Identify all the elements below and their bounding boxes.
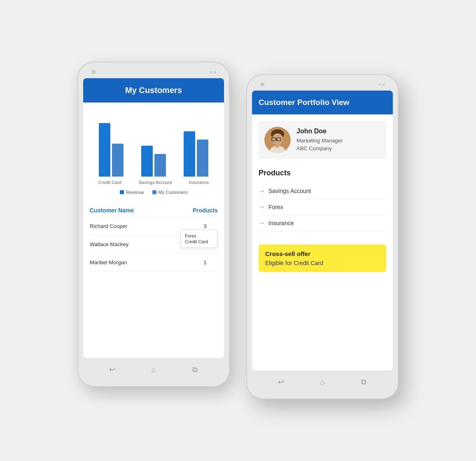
front-camera (91, 70, 96, 74)
legend-label-revenue: Revenue (126, 190, 144, 195)
phone-top-bar (83, 70, 224, 78)
product-name-forex: Forex (268, 204, 283, 210)
speaker-2 (379, 84, 385, 86)
customer-info: John Doe Marketing Manager ABC Company (296, 128, 343, 153)
home-button-2[interactable]: ⌂ (317, 377, 327, 387)
customer-card: John Doe Marketing Manager ABC Company (259, 121, 386, 159)
app-header-1: My Customers (83, 78, 224, 102)
arrow-icon-savings: → (259, 187, 265, 195)
scene: My Customers (61, 37, 415, 424)
chart-label-savings: Savings Account (138, 180, 172, 185)
product-item-savings[interactable]: → Savings Account (259, 183, 386, 199)
legend-dot-customers (152, 190, 156, 194)
product-count-1: 3 (193, 223, 217, 229)
arrow-icon-insurance: → (259, 219, 265, 227)
phone-bottom-nav-1: ↩ ⌂ ⧉ (83, 358, 224, 375)
phone-top-bar-2 (252, 82, 393, 91)
bar-insurance-revenue (184, 131, 195, 177)
chart-label-insurance: Insurance (189, 180, 209, 185)
legend-label-customers: My Customers (159, 190, 188, 195)
header-products: Products (193, 207, 217, 214)
tooltip-line-2: Credit Card (185, 239, 213, 244)
legend-dot-revenue (120, 190, 124, 194)
bar-savings-customers (154, 154, 166, 177)
avatar (264, 127, 291, 153)
chart-labels: Credit Card Savings Account Insurance (90, 180, 217, 185)
table-header: Customer Name Products (90, 203, 217, 217)
products-section: Products → Savings Account → Forex → Ins… (252, 165, 393, 238)
chart-label-credit-card: Credit Card (98, 180, 121, 185)
speaker-dot-2 (379, 84, 381, 86)
product-item-forex[interactable]: → Forex (259, 199, 386, 215)
legend-customers: My Customers (152, 190, 188, 195)
product-item-insurance[interactable]: → Insurance (259, 215, 386, 231)
chart-legend: Revenue My Customers (90, 190, 217, 195)
products-title: Products (259, 169, 386, 177)
bar-group-credit-card (99, 123, 124, 177)
cross-sell-title: Cross-sell offer (265, 250, 380, 257)
customer-role: Marketing Manager ABC Company (296, 137, 343, 153)
tooltip-line-1: Forex (185, 233, 213, 238)
legend-revenue: Revenue (120, 190, 144, 195)
customer-name-2: Wallace Mackey (90, 241, 193, 247)
speaker-dot (214, 71, 216, 73)
table-row[interactable]: Richard Cooper 3 Forex Credit Card (90, 217, 217, 235)
cross-sell-box[interactable]: Cross-sell offer Eligible for Credit Car… (259, 244, 386, 272)
bar-credit-card-customers (112, 144, 124, 177)
back-button-2[interactable]: ↩ (276, 377, 286, 387)
phone-my-customers: My Customers (77, 62, 230, 387)
back-button-1[interactable]: ↩ (107, 365, 117, 375)
screen-title-1: My Customers (90, 86, 217, 95)
svg-rect-7 (276, 144, 279, 148)
product-name-insurance: Insurance (268, 220, 294, 226)
portfolio-header: Customer Portfolio View (252, 91, 393, 114)
customer-table: Customer Name Products Richard Cooper 3 … (83, 203, 224, 272)
product-count-3: 1 (193, 259, 217, 265)
home-button-1[interactable]: ⌂ (149, 365, 159, 375)
svg-point-2 (272, 133, 283, 145)
speaker-dot-2 (383, 84, 385, 86)
bar-chart (90, 111, 217, 177)
phone-portfolio: Customer Portfolio View (246, 74, 399, 399)
customer-name-1: Richard Cooper (90, 223, 193, 229)
chart-area: Credit Card Savings Account Insurance Re… (83, 102, 224, 203)
cross-sell-description: Eligible for Credit Card (265, 260, 380, 266)
front-camera-2 (260, 82, 264, 86)
phone-screen-2: Customer Portfolio View (252, 91, 393, 370)
customer-name-display: John Doe (296, 128, 343, 135)
recents-button-2[interactable]: ⧉ (359, 377, 369, 387)
bar-insurance-customers (197, 140, 208, 177)
recents-button-1[interactable]: ⧉ (190, 365, 200, 375)
speaker (210, 71, 216, 73)
bar-group-savings (141, 146, 166, 177)
arrow-icon-forex: → (259, 203, 265, 211)
bar-savings-revenue (141, 146, 153, 177)
phone-bottom-nav-2: ↩ ⌂ ⧉ (252, 370, 393, 387)
product-name-savings: Savings Account (268, 188, 311, 194)
header-customer-name: Customer Name (90, 207, 193, 214)
product-tooltip: Forex Credit Card (180, 230, 217, 248)
portfolio-title: Customer Portfolio View (259, 98, 386, 107)
phone-screen-1: My Customers (83, 78, 224, 358)
customer-name-3: Maribel Morgan (90, 259, 193, 265)
bar-group-insurance (184, 131, 208, 177)
bar-credit-card-revenue (99, 123, 110, 177)
speaker-dot (210, 71, 212, 73)
table-row[interactable]: Maribel Morgan 1 (90, 254, 217, 272)
avatar-image (264, 127, 291, 153)
